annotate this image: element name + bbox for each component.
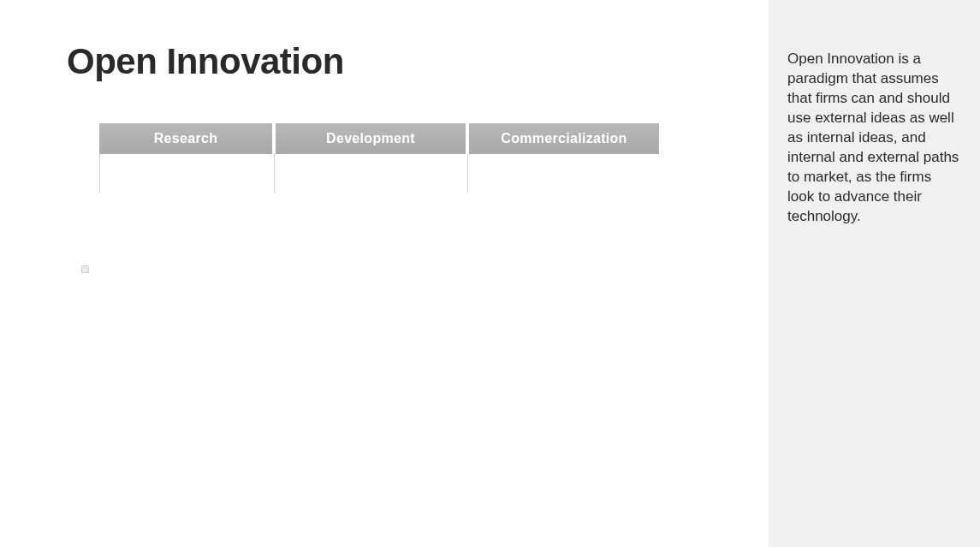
table-body-borders — [99, 153, 709, 193]
phase-tabs: Research Development Commercialization — [99, 123, 709, 154]
sidebar: Open Innovation is a paradigm that assum… — [769, 0, 980, 547]
tab-research: Research — [99, 123, 272, 154]
tab-label: Development — [326, 131, 415, 146]
table-cell-border — [99, 153, 274, 193]
main-content: Open Innovation Research Development Com… — [0, 0, 769, 547]
marker-icon — [81, 265, 89, 273]
tab-development: Development — [276, 123, 466, 154]
sidebar-paragraph: Open Innovation is a paradigm that assum… — [787, 50, 961, 226]
page-title: Open Innovation — [67, 41, 709, 82]
table-cell-border — [274, 153, 467, 193]
tab-label: Research — [154, 131, 217, 146]
tab-commercialization: Commercialization — [469, 123, 659, 154]
table-cell-border — [467, 153, 468, 193]
tab-label: Commercialization — [501, 131, 627, 146]
